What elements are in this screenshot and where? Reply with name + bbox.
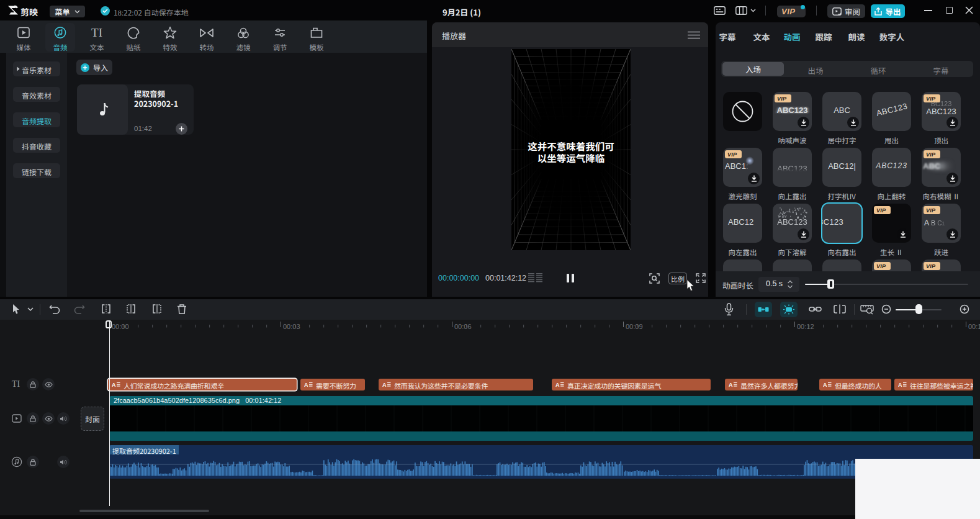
svg-text:A: A: [823, 382, 827, 387]
svg-text:A: A: [555, 382, 560, 387]
svg-text:A: A: [304, 382, 308, 387]
svg-text:A: A: [382, 382, 387, 387]
svg-text:A: A: [112, 382, 116, 387]
svg-text:A: A: [729, 382, 733, 387]
svg-text:A: A: [898, 382, 902, 387]
